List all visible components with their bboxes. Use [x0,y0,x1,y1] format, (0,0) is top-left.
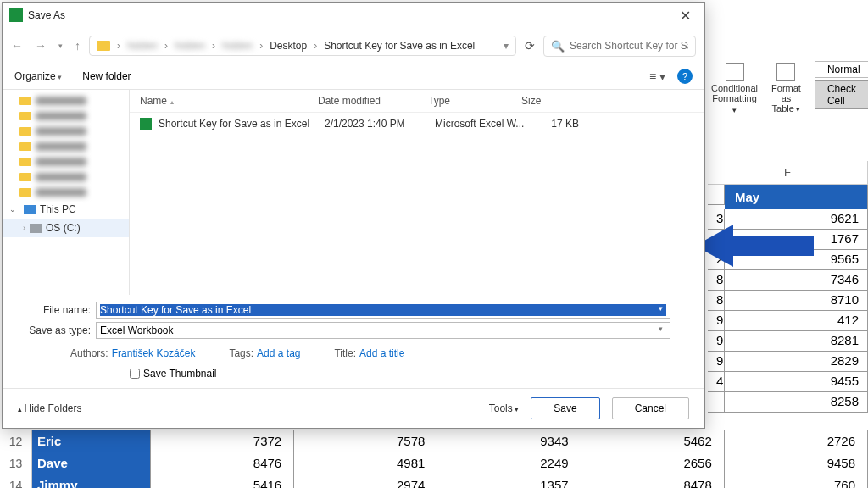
cell[interactable]: 7346 [725,270,868,291]
cell[interactable]: 2656 [581,452,725,474]
cell[interactable]: 8710 [725,291,868,311]
cell[interactable]: 412 [725,311,868,331]
col-header-name[interactable]: Name▴ [140,95,318,107]
save-type-select[interactable]: Excel Workbook▾ [96,322,670,339]
row-header-14[interactable]: 14 [0,474,32,488]
cell[interactable]: 7372 [151,430,294,452]
close-button[interactable]: ✕ [673,6,698,25]
cell[interactable]: 1357 [437,474,581,488]
tags-label: Tags: [229,347,253,359]
fmt-table-label: Format as Table [771,83,801,114]
cell[interactable]: 9 [708,311,725,331]
pc-icon [24,205,36,214]
cell[interactable]: 2974 [294,474,437,488]
cond-fmt-label: Conditional Formatting [711,83,758,115]
refresh-button[interactable]: ⟳ [525,39,535,53]
cell[interactable]: 2249 [437,452,581,474]
tree-label: OS (C:) [46,222,81,234]
cell[interactable]: 8 [708,291,725,311]
organize-button[interactable]: Organize [14,70,62,82]
file-type: Microsoft Excel W... [435,118,528,130]
cell-style-normal[interactable]: Normal [815,61,868,78]
nav-up-button[interactable]: ↑ [75,39,81,53]
hide-folders-button[interactable]: Hide Folders [18,402,82,414]
breadcrumb-desktop[interactable]: Desktop [270,40,307,52]
tags-value[interactable]: Add a tag [257,347,300,359]
file-date: 2/1/2023 1:40 PM [325,118,435,130]
col-header-size[interactable]: Size [521,95,572,107]
help-button[interactable]: ? [677,69,693,84]
folder-tree: x x x x x x x ⌄This PC ›OS (C:) [3,90,130,295]
view-options-button[interactable]: ≡ ▾ [649,69,665,83]
cell[interactable]: 9343 [437,430,581,452]
conditional-formatting-icon [726,63,744,81]
authors-value[interactable]: František Kozáček [112,347,196,359]
nav-back-button[interactable]: ← [11,39,23,53]
cell[interactable]: 760 [725,474,868,488]
dialog-title: Save As [28,9,65,21]
tree-this-pc[interactable]: ⌄This PC [3,200,129,219]
save-thumbnail-label: Save Thumbnail [143,368,217,380]
search-input[interactable] [570,40,688,52]
save-as-dialog: Save As ✕ ← → ▾ ↑ › hidden › hidden › hi… [2,2,705,429]
cell[interactable]: 8258 [725,392,868,413]
cell[interactable]: 5416 [151,474,294,488]
cancel-button[interactable]: Cancel [612,397,689,419]
col-header-type[interactable]: Type [428,95,521,107]
cell[interactable]: 9458 [725,452,868,474]
cell[interactable]: 8478 [581,474,725,488]
tree-os-c[interactable]: ›OS (C:) [3,219,129,237]
cell[interactable]: 9455 [725,372,868,392]
cell-partial [708,185,725,205]
cell[interactable]: 4981 [294,452,437,474]
tree-item[interactable]: x [3,139,129,154]
format-table-icon [776,63,795,81]
save-button[interactable]: Save [531,397,599,419]
column-header-f[interactable]: F [708,161,868,185]
conditional-formatting-button[interactable]: Conditional Formatting [708,61,761,117]
nav-forward-button[interactable]: → [35,39,47,53]
breadcrumb-folder[interactable]: Shortcut Key for Save as in Excel [324,40,475,52]
cell[interactable]: 9 [708,352,725,372]
cell[interactable]: 2829 [725,352,868,372]
cell[interactable]: 9 [708,331,725,352]
row-header-13[interactable]: 13 [0,452,32,474]
tree-item[interactable]: x [3,154,129,169]
cell-name[interactable]: Eric [32,430,151,452]
cell[interactable] [708,392,725,413]
format-as-table-button[interactable]: Format as Table [768,61,804,116]
save-thumbnail-checkbox[interactable] [130,369,140,379]
nav-recent-button[interactable]: ▾ [58,42,63,50]
col-header-date[interactable]: Date modified [318,95,428,107]
address-bar[interactable]: › hidden › hidden › hidden › Desktop › S… [89,36,516,56]
new-folder-button[interactable]: New folder [82,70,131,82]
svg-marker-0 [695,225,814,267]
cell[interactable]: 7578 [294,430,437,452]
tree-item[interactable]: x [3,93,129,108]
file-name-input[interactable]: Shortcut Key for Save as in Excel▾ [96,302,670,319]
tree-item[interactable]: x [3,185,129,200]
tree-item[interactable]: x [3,124,129,139]
cell-name[interactable]: Dave [32,452,151,474]
month-header-may[interactable]: May [725,185,868,209]
cell-style-check-cell[interactable]: Check Cell [815,80,868,109]
file-row[interactable]: Shortcut Key for Save as in Excel 2/1/20… [130,113,704,135]
file-size: 17 KB [528,118,579,130]
drive-icon [30,224,42,233]
tools-button[interactable]: Tools [489,402,520,414]
title-meta-label: Title: [334,347,356,359]
cell[interactable]: 2726 [725,430,868,452]
cell[interactable]: 8281 [725,331,868,352]
cell-name[interactable]: Jimmy [32,474,151,488]
authors-label: Authors: [70,347,108,359]
save-type-label: Save as type: [19,324,96,336]
row-header-12[interactable]: 12 [0,430,32,452]
title-meta-value[interactable]: Add a title [359,347,404,359]
cell[interactable]: 5462 [581,430,725,452]
cell[interactable]: 8476 [151,452,294,474]
cell[interactable]: 4 [708,372,725,392]
tree-item[interactable]: x [3,108,129,124]
cell[interactable]: 8 [708,270,725,291]
tree-item[interactable]: x [3,169,129,185]
tree-label: This PC [40,203,76,215]
